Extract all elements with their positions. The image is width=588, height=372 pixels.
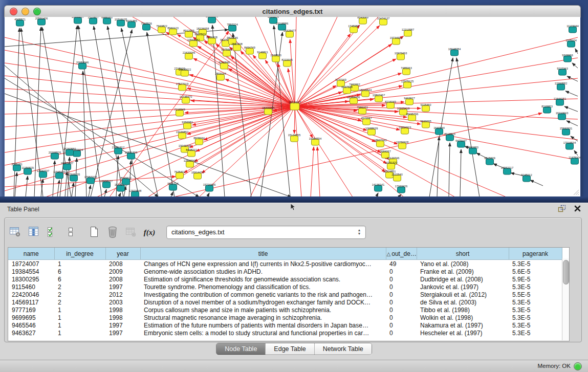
table-cell: 1 (54, 314, 105, 321)
table-row[interactable]: 969969511998Structural magnetic resonanc… (8, 314, 562, 321)
network-edge[interactable] (5, 50, 295, 106)
table-settings-button[interactable] (8, 225, 23, 240)
trash-button[interactable] (105, 225, 120, 240)
network-edge[interactable] (5, 106, 295, 114)
table-cell: 1 (54, 329, 105, 337)
network-node-label: 9777169 (335, 78, 346, 81)
network-edge[interactable] (5, 63, 295, 106)
network-edge[interactable] (119, 193, 121, 196)
network-edge[interactable] (295, 106, 578, 119)
network-edge[interactable] (295, 37, 578, 106)
network-edge[interactable] (194, 106, 295, 162)
column-header-out_de[interactable]: △out_de… (386, 248, 417, 260)
network-edge[interactable] (5, 106, 295, 165)
network-edge[interactable] (91, 30, 132, 196)
network-edge[interactable] (26, 176, 28, 196)
network-edge[interactable] (147, 32, 175, 196)
tab-node-table[interactable]: Node Table (216, 343, 265, 355)
table-column-button[interactable] (26, 225, 41, 240)
column-header-pagerank[interactable]: pagerank (509, 248, 562, 260)
table-row[interactable]: 977716911998Corpus callosum shape and si… (8, 306, 562, 314)
network-edge[interactable] (460, 149, 461, 196)
network-canvas[interactable]: 4905571205914061065528715276076466160107… (5, 17, 580, 196)
network-edge[interactable] (295, 25, 360, 106)
table-row[interactable]: 946554611997Estimation of the future num… (8, 321, 562, 329)
column-header-name[interactable]: name (8, 248, 54, 260)
close-window-button[interactable] (10, 8, 17, 15)
network-edge[interactable] (89, 185, 91, 196)
node-table: namein_degreeyeartitle△out_de…shortpager… (8, 248, 562, 337)
table-cell: 5.5E-5 (509, 291, 562, 298)
table-cell: 0 (386, 275, 417, 283)
network-edge[interactable] (575, 49, 578, 54)
network-edge[interactable] (5, 106, 295, 140)
select-rows-button[interactable] (45, 225, 60, 240)
network-edge[interactable] (564, 106, 578, 112)
table-row[interactable]: 1938455462009Genome-wide association stu… (8, 268, 562, 275)
table-row[interactable]: 1830029562008Estimation of significance … (8, 275, 562, 283)
network-edge[interactable] (57, 180, 59, 196)
column-header-short[interactable]: short (417, 248, 509, 260)
network-edge[interactable] (530, 180, 543, 186)
network-view[interactable]: 4905571205914061065528715276076466160107… (5, 17, 580, 196)
network-node-label: 9146821 (257, 51, 268, 54)
network-edge[interactable] (456, 58, 480, 196)
table-row[interactable]: 1872400712008Changes of HCN gene express… (8, 260, 562, 268)
network-edge[interactable] (571, 136, 578, 141)
network-node-label: 17333426 (395, 185, 407, 188)
table-row[interactable]: 2242004622012Investigating the contribut… (8, 291, 562, 298)
network-edge[interactable] (207, 193, 209, 196)
network-node-label: 9857716 (167, 182, 178, 185)
network-edge[interactable] (311, 147, 314, 196)
network-edge[interactable] (567, 76, 578, 81)
rows-button[interactable] (63, 225, 78, 240)
network-edge[interactable] (65, 171, 67, 196)
network-edge[interactable] (294, 106, 295, 134)
resize-grip[interactable] (572, 188, 579, 195)
table-row[interactable]: 1456911722003Disruption of a novel membe… (8, 298, 562, 306)
table-cell: 1997 (105, 329, 140, 337)
network-edge[interactable] (72, 183, 74, 196)
zoom-window-button[interactable] (33, 8, 41, 15)
network-edge[interactable] (295, 34, 351, 106)
tab-network-table[interactable]: Network Table (314, 343, 372, 355)
table-cell: Dudbridge et al. (2008) (417, 275, 509, 283)
table-row[interactable]: 946362711997Embryonic stem cells: a mode… (8, 329, 562, 337)
column-header-title[interactable]: title (140, 248, 386, 260)
network-edge[interactable] (567, 121, 578, 126)
table-row[interactable]: 911546021997Tourette syndrome. Phenomeno… (8, 283, 562, 291)
network-edge[interactable] (574, 150, 578, 156)
network-edge[interactable] (14, 28, 19, 196)
table-scrollbar-thumb[interactable] (563, 260, 569, 285)
import-table-button[interactable] (123, 225, 139, 240)
new-document-button[interactable] (86, 225, 102, 240)
network-edge[interactable] (121, 28, 158, 196)
column-header-in_degree[interactable]: in_degree (54, 248, 105, 260)
network-edge[interactable] (449, 143, 450, 196)
minimize-window-button[interactable] (21, 8, 29, 15)
network-edge[interactable] (5, 106, 295, 152)
network-edge[interactable] (5, 106, 295, 178)
function-builder-button[interactable]: f(x) (142, 225, 157, 240)
window-titlebar[interactable]: citations_edges.txt (4, 5, 581, 17)
close-panel-button[interactable] (573, 205, 582, 214)
network-node-label: 4905571 (14, 18, 25, 21)
network-edge[interactable] (317, 147, 320, 196)
network-edge[interactable] (202, 106, 295, 173)
network-edge[interactable] (565, 91, 578, 96)
network-edge[interactable] (78, 26, 102, 196)
network-edge[interactable] (295, 106, 353, 196)
network-edge[interactable] (572, 63, 578, 68)
float-panel-button[interactable] (557, 205, 567, 214)
table-cell: 2 (54, 298, 105, 306)
column-header-year[interactable]: year (105, 248, 140, 260)
tab-edge-table[interactable]: Edge Table (265, 343, 314, 355)
network-edge[interactable] (187, 106, 295, 134)
network-edge[interactable] (295, 106, 301, 196)
network-edge[interactable] (376, 193, 378, 196)
network-edge[interactable] (171, 192, 173, 196)
network-node[interactable] (290, 103, 299, 110)
table-select-dropdown[interactable]: citations_edges.txt ▲▼ (166, 226, 366, 239)
network-edge[interactable] (15, 172, 17, 196)
table-scrollbar[interactable] (562, 258, 569, 340)
